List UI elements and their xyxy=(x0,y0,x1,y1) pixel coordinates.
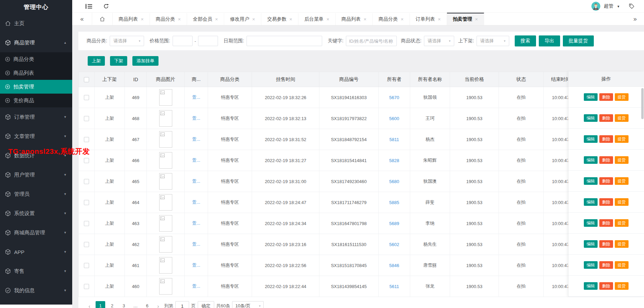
close-icon[interactable]: ✕ xyxy=(438,17,441,22)
product-name-link[interactable]: 萱... xyxy=(192,116,200,121)
edit-button[interactable]: 编辑 xyxy=(584,177,598,185)
vertical-scrollbar[interactable] xyxy=(641,88,644,119)
close-icon[interactable]: ✕ xyxy=(326,17,329,22)
product-image-placeholder[interactable] xyxy=(159,194,172,211)
category-select[interactable]: 请选择 ▼ xyxy=(110,36,144,46)
product-image-placeholder[interactable] xyxy=(159,215,172,232)
delete-button[interactable]: 删除 xyxy=(599,198,613,206)
delete-button[interactable]: 删除 xyxy=(599,282,613,290)
pickup-button[interactable]: 提货 xyxy=(615,219,629,227)
sidebar-subitem-商品列表[interactable]: 商品列表 xyxy=(0,66,72,80)
sidebar-item-goods[interactable]: 商品管理 ▲ xyxy=(0,33,72,52)
price-max-input[interactable] xyxy=(198,36,218,46)
page-number[interactable]: 1 xyxy=(96,301,105,308)
tabs-scroll-right-icon[interactable]: » xyxy=(626,13,644,25)
export-button[interactable]: 导出 xyxy=(539,35,560,46)
owner-link[interactable]: 5602 xyxy=(389,242,399,247)
edit-button[interactable]: 编辑 xyxy=(584,240,598,248)
delete-button[interactable]: 删除 xyxy=(599,240,613,248)
sidebar-item-admins[interactable]: 管理员 ▼ xyxy=(0,184,72,204)
tab[interactable]: 商品分类 ✕ xyxy=(373,13,410,25)
delete-button[interactable]: 删除 xyxy=(599,156,613,164)
page-number[interactable]: … xyxy=(131,301,140,308)
row-checkbox[interactable] xyxy=(84,158,89,163)
owner-link[interactable]: 5828 xyxy=(389,158,399,163)
close-icon[interactable]: ✕ xyxy=(252,17,255,22)
delete-button[interactable]: 删除 xyxy=(599,261,613,269)
edit-button[interactable]: 编辑 xyxy=(584,156,598,164)
owner-link[interactable]: 5611 xyxy=(390,284,399,289)
product-image-placeholder[interactable] xyxy=(159,173,172,190)
product-image-placeholder[interactable] xyxy=(159,257,172,274)
row-checkbox[interactable] xyxy=(84,284,89,289)
delete-button[interactable]: 删除 xyxy=(599,135,613,143)
product-name-link[interactable]: 萱... xyxy=(192,221,200,226)
jump-page-input[interactable] xyxy=(175,301,189,308)
product-name-link[interactable]: 萱... xyxy=(192,95,200,100)
take-off-shelf-button[interactable]: 下架 xyxy=(110,56,127,66)
close-icon[interactable]: ✕ xyxy=(475,17,478,22)
sidebar-subitem-商品分类[interactable]: 商品分类 xyxy=(0,52,72,66)
search-button[interactable]: 搜索 xyxy=(515,35,536,46)
tab[interactable]: 拍卖管理 ✕ xyxy=(447,13,484,25)
product-name-link[interactable]: 萱... xyxy=(192,158,200,163)
delete-button[interactable]: 删除 xyxy=(599,114,613,122)
page-prev-icon[interactable]: ‹ xyxy=(85,303,94,308)
product-image-placeholder[interactable] xyxy=(159,89,172,106)
sidebar-item-consign[interactable]: 寄售 ▼ xyxy=(0,262,72,281)
delete-button[interactable]: 删除 xyxy=(599,219,613,227)
edit-button[interactable]: 编辑 xyxy=(584,282,598,290)
batch-pickup-button[interactable]: 批量提货 xyxy=(563,35,594,46)
product-image-placeholder[interactable] xyxy=(159,278,172,295)
close-icon[interactable]: ✕ xyxy=(401,17,404,22)
page-number[interactable]: 6 xyxy=(142,301,152,308)
page-number[interactable]: 3 xyxy=(119,301,129,308)
product-image-placeholder[interactable] xyxy=(159,236,172,253)
pickup-button[interactable]: 提货 xyxy=(615,114,629,122)
close-icon[interactable]: ✕ xyxy=(215,17,218,22)
tab[interactable]: 修改用户 ✕ xyxy=(224,13,261,25)
keyword-input[interactable] xyxy=(346,36,397,46)
collapse-sidebar-icon[interactable] xyxy=(85,3,92,9)
row-checkbox[interactable] xyxy=(84,200,89,205)
sidebar-item-app[interactable]: APP ▼ xyxy=(0,242,72,262)
product-name-link[interactable]: 萱... xyxy=(192,263,200,268)
date-range-input[interactable] xyxy=(247,36,322,46)
tabs-scroll-left-icon[interactable]: « xyxy=(72,13,92,25)
pickup-button[interactable]: 提货 xyxy=(615,282,629,290)
row-checkbox[interactable] xyxy=(84,95,89,100)
pickup-button[interactable]: 提货 xyxy=(615,156,629,164)
pickup-button[interactable]: 提货 xyxy=(615,240,629,248)
tab[interactable]: 后台菜单 ✕ xyxy=(298,13,336,25)
owner-link[interactable]: 5600 xyxy=(389,116,399,121)
owner-link[interactable]: 5670 xyxy=(389,95,399,100)
updown-select[interactable]: 请选择 ▼ xyxy=(477,36,509,46)
delete-button[interactable]: 删除 xyxy=(599,177,613,185)
owner-link[interactable]: 5846 xyxy=(389,263,399,268)
row-checkbox[interactable] xyxy=(84,116,89,121)
per-page-select[interactable]: 10条/页 ▼ xyxy=(232,301,264,308)
product-image-placeholder[interactable] xyxy=(159,110,172,127)
pickup-button[interactable]: 提货 xyxy=(615,135,629,143)
product-name-link[interactable]: 萱... xyxy=(192,137,200,142)
edit-button[interactable]: 编辑 xyxy=(584,114,598,122)
row-checkbox[interactable] xyxy=(84,221,89,226)
tab[interactable]: 交易参数 ✕ xyxy=(261,13,298,25)
delete-button[interactable]: 删除 xyxy=(599,93,613,101)
sidebar-subitem-拍卖管理[interactable]: 拍卖管理 xyxy=(0,80,72,94)
avatar[interactable] xyxy=(591,2,600,11)
close-icon[interactable]: ✕ xyxy=(141,17,144,22)
edit-button[interactable]: 编辑 xyxy=(584,261,598,269)
product-name-link[interactable]: 萱... xyxy=(192,284,200,289)
row-checkbox[interactable] xyxy=(84,242,89,247)
edit-button[interactable]: 编辑 xyxy=(584,198,598,206)
sidebar-item-mall-goods[interactable]: 商城商品管理 ▼ xyxy=(0,223,72,242)
owner-link[interactable]: 5680 xyxy=(389,179,399,184)
page-number[interactable]: 2 xyxy=(107,301,117,308)
user-name[interactable]: 超管 xyxy=(604,3,613,9)
sidebar-item-my-info[interactable]: 我的信息 ▼ xyxy=(0,281,72,300)
product-name-link[interactable]: 萱... xyxy=(192,242,200,247)
product-image-placeholder[interactable] xyxy=(159,152,172,169)
pickup-button[interactable]: 提货 xyxy=(615,261,629,269)
edit-button[interactable]: 编辑 xyxy=(584,219,598,227)
